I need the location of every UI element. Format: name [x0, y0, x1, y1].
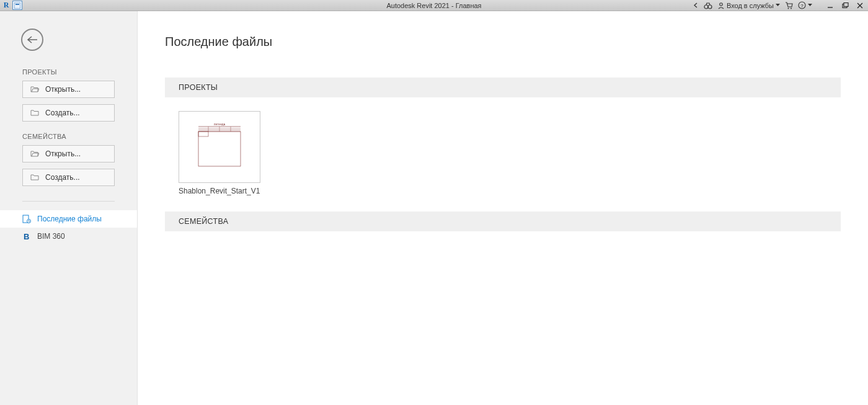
nav-recent-files[interactable]: Последние файлы: [0, 210, 137, 228]
svg-text:?: ?: [800, 3, 804, 9]
open-family-button[interactable]: Открыть...: [22, 145, 115, 162]
main-content: Последние файлы ПРОЕКТЫ ЛЕГЕНДА: [138, 11, 868, 405]
recent-files-icon: [22, 215, 31, 223]
svg-point-5: [788, 7, 789, 9]
close-button[interactable]: [856, 2, 864, 9]
revit-logo-icon: R: [1, 1, 11, 10]
folder-open-icon: [30, 150, 39, 158]
minimize-button[interactable]: [826, 2, 835, 9]
signin-label: Вход в службы: [727, 2, 774, 9]
create-family-label: Создать...: [45, 173, 80, 182]
svg-rect-11: [844, 2, 848, 6]
title-bar: R Autodesk Revit 2021 - Главная Вход в с…: [0, 0, 868, 11]
divider: [22, 201, 115, 202]
create-family-button[interactable]: Создать...: [22, 169, 115, 186]
maximize-button[interactable]: [841, 2, 849, 9]
svg-rect-1: [16, 4, 19, 5]
nav-bim360[interactable]: B BIM 360: [0, 228, 137, 245]
nav-bim360-label: BIM 360: [37, 232, 65, 241]
open-project-label: Открыть...: [45, 85, 81, 94]
bim360-icon: B: [22, 232, 31, 241]
svg-point-4: [720, 2, 722, 5]
sidebar: ПРОЕКТЫ Открыть... Создать... СЕМЕЙСТВА …: [0, 11, 138, 405]
home-app-icon[interactable]: [12, 1, 22, 10]
folder-icon: [30, 109, 39, 117]
open-project-button[interactable]: Открыть...: [22, 81, 115, 98]
cart-icon[interactable]: [785, 2, 793, 9]
folder-icon: [30, 174, 39, 181]
svg-text:ЛЕГЕНДА: ЛЕГЕНДА: [214, 123, 226, 126]
svg-point-6: [790, 7, 792, 9]
nav-left-icon[interactable]: [693, 2, 699, 8]
recent-projects-list: ЛЕГЕНДА Shablon_Revit_Start_V1: [165, 111, 841, 195]
create-project-button[interactable]: Создать...: [22, 104, 115, 122]
families-section-label: СЕМЕЙСТВА: [0, 133, 137, 145]
create-project-label: Создать...: [45, 109, 80, 117]
projects-header: ПРОЕКТЫ: [165, 78, 841, 97]
back-button[interactable]: [21, 29, 43, 51]
account-signin[interactable]: Вход в службы: [717, 2, 780, 9]
svg-point-2: [704, 5, 708, 9]
project-thumbnail[interactable]: ЛЕГЕНДА: [179, 111, 260, 183]
help-icon[interactable]: ?: [798, 1, 812, 9]
projects-section-label: ПРОЕКТЫ: [0, 68, 137, 81]
recent-project-tile[interactable]: ЛЕГЕНДА Shablon_Revit_Start_V1: [179, 111, 262, 195]
page-title: Последние файлы: [165, 35, 841, 49]
nav-recent-label: Последние файлы: [37, 215, 102, 223]
families-header: СЕМЕЙСТВА: [165, 211, 841, 231]
svg-rect-0: [14, 2, 20, 9]
window-title: Autodesk Revit 2021 - Главная: [386, 2, 481, 9]
project-tile-label: Shablon_Revit_Start_V1: [179, 187, 262, 195]
svg-point-3: [708, 5, 712, 9]
svg-text:B: B: [24, 232, 29, 241]
folder-open-icon: [30, 86, 39, 93]
open-family-label: Открыть...: [45, 149, 81, 158]
binoculars-icon[interactable]: [704, 2, 712, 9]
